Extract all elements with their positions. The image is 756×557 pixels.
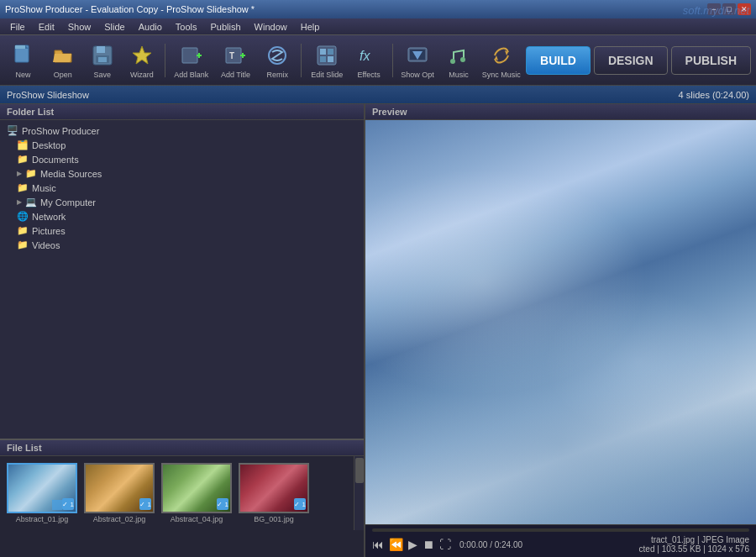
folder-icon: 🗂️: [17, 139, 29, 150]
sync-music-icon: [488, 42, 515, 69]
add-blank-label: Add Blank: [174, 71, 208, 79]
expand-arrow: ▶: [17, 198, 22, 206]
menu-slide[interactable]: Slide: [97, 20, 131, 34]
play-button[interactable]: ▶: [408, 538, 417, 551]
design-mode-button[interactable]: DESIGN: [594, 46, 668, 75]
svg-rect-20: [328, 56, 333, 62]
menu-file[interactable]: File: [3, 20, 32, 34]
folder-item-proshow[interactable]: 🖥️ ProShow Producer: [0, 123, 364, 138]
right-panel: Preview ⏮ ⏪ ▶ ⏹ ⛶ 0:00.00 / 0:24.00 trac…: [365, 104, 756, 557]
menu-show[interactable]: Show: [61, 20, 98, 34]
slide-count: 4 slides (0:24.00): [679, 90, 749, 100]
left-panel: Folder List 🖥️ ProShow Producer 🗂️ Deskt…: [0, 104, 365, 557]
scrollbar-thumb[interactable]: [355, 458, 364, 483]
svg-rect-6: [98, 57, 107, 62]
preview-image: [365, 120, 756, 524]
toolbar-sep-3: [392, 44, 393, 77]
open-label: Open: [54, 71, 72, 79]
add-title-icon: T: [222, 42, 249, 69]
add-blank-icon: [178, 42, 205, 69]
new-icon: [10, 42, 37, 69]
file-section: File List ✓ 1 Abstract_01.jpg ✓ 1 Abstr: [0, 439, 364, 557]
svg-marker-7: [133, 46, 151, 64]
remix-button[interactable]: Remix: [260, 39, 296, 82]
save-label: Save: [94, 71, 112, 79]
folder-item-music[interactable]: 📁 Music: [0, 181, 364, 195]
toolbar-sep-1: [165, 44, 165, 77]
preview-header: Preview: [365, 104, 756, 120]
folder-icon: 📁: [17, 182, 29, 193]
stop-button[interactable]: ⏹: [423, 538, 434, 551]
toolbar-sep-2: [301, 44, 302, 77]
edit-slide-button[interactable]: Edit Slide: [307, 39, 348, 82]
file-thumbnail: ✓ 1: [84, 463, 155, 513]
new-button[interactable]: New: [5, 39, 41, 82]
menu-window[interactable]: Window: [248, 20, 294, 34]
file-item-bg001[interactable]: ✓ 1 BG_001.jpg: [239, 463, 309, 523]
svg-rect-4: [97, 46, 105, 53]
wizard-button[interactable]: Wizard: [123, 39, 160, 82]
preview-seekbar[interactable]: [372, 528, 749, 532]
file-scrollbar[interactable]: [354, 456, 364, 530]
svg-point-25: [460, 57, 465, 62]
menu-publish[interactable]: Publish: [204, 20, 248, 34]
folder-item-videos[interactable]: 📁 Videos: [0, 238, 364, 252]
save-button[interactable]: Save: [84, 39, 120, 82]
file-thumbnail: ✓ 1: [7, 463, 77, 513]
project-titlebar: ProShow Slideshow 4 slides (0:24.00): [0, 86, 756, 104]
expand-arrow: ▶: [17, 170, 22, 177]
svg-rect-8: [182, 48, 197, 63]
preview-overlay: [365, 120, 756, 524]
mode-buttons: BUILD DESIGN PUBLISH: [526, 46, 751, 75]
preview-info-line1: tract_01.jpg | JPEG Image: [639, 535, 749, 544]
file-thumbnail: ✓ 1: [161, 463, 232, 513]
folder-section: Folder List 🖥️ ProShow Producer 🗂️ Deskt…: [0, 104, 364, 439]
computer-icon: 💻: [25, 197, 37, 208]
add-blank-button[interactable]: Add Blank: [171, 39, 212, 82]
effects-icon: fx: [355, 42, 382, 69]
toolbar: New Open Save Wizard Add Blank T Add Tit…: [0, 35, 756, 86]
folder-icon: 📁: [25, 168, 37, 179]
sync-music-button[interactable]: Sync Music: [480, 39, 523, 82]
folder-item-desktop[interactable]: 🗂️ Desktop: [0, 138, 364, 152]
preview-area: [365, 120, 756, 524]
folder-icon: 📁: [17, 154, 29, 165]
svg-point-24: [450, 59, 455, 64]
rewind-button[interactable]: ⏮: [372, 538, 384, 551]
folder-item-documents[interactable]: 📁 Documents: [0, 152, 364, 166]
menu-tools[interactable]: Tools: [169, 20, 204, 34]
publish-mode-button[interactable]: PUBLISH: [671, 46, 751, 75]
menu-audio[interactable]: Audio: [132, 20, 169, 34]
effects-button[interactable]: fx Effects: [351, 39, 387, 82]
music-button[interactable]: Music: [440, 39, 476, 82]
effects-label: Effects: [357, 71, 380, 79]
titlebar: ProShow Producer - Evaluation Copy - Pro…: [0, 0, 756, 18]
file-label: BG_001.jpg: [254, 515, 294, 523]
folder-icon: 📁: [17, 225, 29, 236]
folder-item-pictures[interactable]: 📁 Pictures: [0, 223, 364, 238]
add-title-button[interactable]: T Add Title: [215, 39, 256, 82]
file-item-abstract01[interactable]: ✓ 1 Abstract_01.jpg: [7, 463, 77, 523]
menu-help[interactable]: Help: [294, 20, 327, 34]
open-icon: [50, 42, 76, 69]
folder-item-network[interactable]: 🌐 Network: [0, 209, 364, 223]
file-item-abstract02[interactable]: ✓ 1 Abstract_02.jpg: [84, 463, 155, 523]
svg-rect-2: [15, 45, 25, 49]
folder-item-media-sources[interactable]: ▶ 📁 Media Sources: [0, 166, 364, 181]
fullscreen-button[interactable]: ⛶: [439, 538, 451, 551]
folder-item-my-computer[interactable]: ▶ 💻 My Computer: [0, 195, 364, 209]
file-label: Abstract_02.jpg: [93, 515, 146, 523]
show-opt-button[interactable]: Show Opt: [398, 39, 438, 82]
edit-slide-icon: [313, 42, 340, 69]
menu-edit[interactable]: Edit: [32, 20, 61, 34]
step-back-button[interactable]: ⏪: [389, 538, 403, 551]
svg-rect-18: [328, 49, 333, 55]
network-icon: 🌐: [17, 211, 29, 222]
file-item-abstract04[interactable]: ✓ 1 Abstract_04.jpg: [161, 463, 232, 523]
build-mode-button[interactable]: BUILD: [526, 46, 591, 75]
open-button[interactable]: Open: [45, 39, 81, 82]
preview-info: tract_01.jpg | JPEG Image cted | 103.55 …: [639, 535, 749, 554]
menubar: File Edit Show Slide Audio Tools Publish…: [0, 18, 756, 35]
file-grid: ✓ 1 Abstract_01.jpg ✓ 1 Abstract_02.jpg …: [0, 456, 364, 530]
save-icon: [89, 42, 116, 69]
